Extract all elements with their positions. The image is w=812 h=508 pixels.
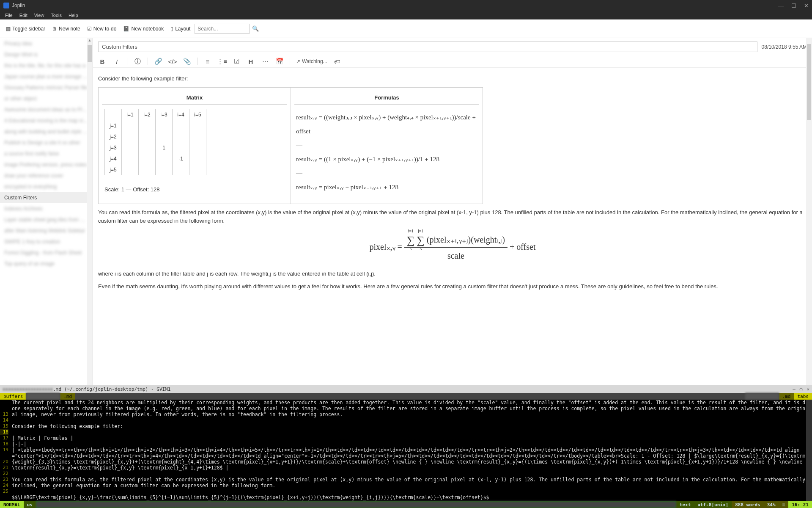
note-icon: 🗎 bbox=[52, 26, 57, 32]
gvim-percent: 34% bbox=[764, 501, 779, 508]
layout-label: Layout bbox=[175, 26, 190, 32]
new-todo-button[interactable]: ☑ New to-do bbox=[85, 24, 119, 33]
gvim-buffers-tab[interactable]: buffers bbox=[0, 393, 26, 400]
gvim-file-tab[interactable]: .md bbox=[60, 393, 75, 400]
gvim-scrollbar[interactable] bbox=[806, 400, 812, 501]
sidebar-item[interactable]: after Main listening Weblink Sidebar bbox=[0, 225, 93, 236]
gvim-tabs-tab[interactable]: tabs bbox=[794, 393, 812, 400]
bold-button[interactable]: B bbox=[98, 57, 107, 66]
note-list-sidebar: Privacy ideaDesign Wish isthis is the ti… bbox=[0, 38, 93, 385]
watching-indicator[interactable]: ↗ Watching... bbox=[296, 58, 327, 64]
sigma-icon: ∑i=15 bbox=[407, 235, 415, 246]
more-icon[interactable]: ⋯ bbox=[261, 57, 269, 66]
attach-icon[interactable]: 📎 bbox=[183, 57, 191, 66]
sidebar-item[interactable]: draw your reference cover bbox=[0, 170, 93, 181]
sidebar-item[interactable]: Design Wish is bbox=[0, 49, 93, 60]
tag-icon[interactable]: 🏷 bbox=[333, 57, 342, 66]
window-titlebar: Joplin — ☐ ✕ bbox=[0, 0, 812, 11]
menu-view[interactable]: View bbox=[31, 12, 48, 19]
gvim-filetype: text bbox=[676, 501, 694, 508]
gvim-minimize-icon[interactable]: — bbox=[793, 387, 796, 392]
sidebar-item[interactable]: Custom Filters bbox=[0, 192, 93, 203]
checklist-icon[interactable]: ☑ bbox=[232, 57, 241, 66]
gvim-wordcount: 888 words bbox=[732, 501, 764, 508]
gvim-close-icon[interactable]: ✕ bbox=[807, 387, 809, 392]
unordered-list-icon[interactable]: ⋮≡ bbox=[218, 57, 226, 66]
app-title: Joplin bbox=[12, 3, 25, 8]
menu-tools[interactable]: Tools bbox=[47, 12, 65, 19]
matrix-header: Matrix bbox=[102, 91, 287, 105]
note-body[interactable]: Consider the following example filter: M… bbox=[93, 68, 812, 385]
info-icon[interactable]: ⓘ bbox=[133, 57, 142, 66]
formula-line: — bbox=[296, 138, 477, 152]
code-icon[interactable]: </> bbox=[168, 57, 177, 66]
gvim-statusline: NORMAL us text utf-8[unix] 888 words 34%… bbox=[0, 501, 812, 508]
sidebar-item[interactable]: Top query of an image bbox=[0, 258, 93, 269]
gvim-encoding: utf-8[unix] bbox=[694, 501, 732, 508]
gvim-titlebar: xxxxxxxxxxxxxxxxxx .md (~/.config/joplin… bbox=[0, 385, 812, 393]
sidebar-item[interactable]: SWIPE 1 Key to creation bbox=[0, 236, 93, 247]
scroll-thumb[interactable] bbox=[88, 45, 92, 62]
sigma-icon: ∑j=15 bbox=[417, 235, 425, 246]
editor-format-bar: B I ⓘ 🔗 </> 📎 ≡ ⋮≡ ☑ H ⋯ 📅 ↗ Watching...… bbox=[93, 55, 812, 68]
layout-button[interactable]: ▯ Layout bbox=[168, 24, 193, 33]
row-header: j=2 bbox=[105, 131, 122, 142]
new-note-button[interactable]: 🗎 New note bbox=[49, 24, 83, 33]
gvim-file-tab[interactable]: .md bbox=[779, 393, 794, 400]
heading-icon[interactable]: H bbox=[247, 57, 255, 66]
sidebar-item[interactable]: Privacy idea bbox=[0, 38, 93, 49]
separator bbox=[127, 58, 127, 65]
scroll-thumb[interactable] bbox=[807, 44, 811, 120]
sidebar-item[interactable]: Japan course plan a more storage idea bbox=[0, 71, 93, 82]
sidebar-item[interactable]: encrypted in everything bbox=[0, 181, 93, 192]
date-icon[interactable]: 📅 bbox=[275, 57, 284, 66]
note-title-input[interactable] bbox=[98, 41, 757, 52]
scroll-up-icon[interactable]: ▲ bbox=[87, 38, 93, 44]
sidebar-item[interactable]: Layer stable sheet jpeg tiles from Custo… bbox=[0, 214, 93, 225]
minimize-button[interactable]: — bbox=[778, 3, 784, 9]
maximize-button[interactable]: ☐ bbox=[791, 3, 796, 9]
link-icon[interactable]: 🔗 bbox=[154, 57, 162, 66]
content-scrollbar[interactable] bbox=[806, 38, 812, 385]
close-button[interactable]: ✕ bbox=[804, 3, 809, 9]
sidebar-item[interactable]: A Educational moving is the map view bbox=[0, 115, 93, 126]
note-content-pane: 08/10/2018 9:55 AM B I ⓘ 🔗 </> 📎 ≡ ⋮≡ ☑ … bbox=[93, 38, 812, 385]
gvim-tab-blur bbox=[26, 393, 60, 400]
sidebar-item[interactable]: this is the title, file, for this site h… bbox=[0, 60, 93, 71]
sidebar-item[interactable]: Glossary Patterns intrinsic Parser file bbox=[0, 82, 93, 93]
gvim-position: 16: 21 bbox=[788, 501, 812, 508]
sidebar-item[interactable]: Indexes Archives bbox=[0, 203, 93, 214]
sidebar-item[interactable]: Publish is Design a site it vs other bbox=[0, 137, 93, 148]
menu-help[interactable]: Help bbox=[65, 12, 82, 19]
sidebar-icon: ▥ bbox=[6, 26, 11, 32]
sidebar-item[interactable]: Awesome document ideas as to Planning bbox=[0, 104, 93, 115]
gvim-maximize-icon[interactable]: ▢ bbox=[800, 387, 803, 392]
menu-edit[interactable]: Edit bbox=[16, 12, 31, 19]
sidebar-item[interactable]: along with building and bullet style can bbox=[0, 126, 93, 137]
row-header: j=3 bbox=[105, 142, 122, 153]
new-todo-label: New to-do bbox=[93, 26, 117, 32]
paragraph: where i is each column of the filter tab… bbox=[98, 270, 807, 278]
toggle-sidebar-button[interactable]: ▥ Toggle sidebar bbox=[3, 24, 48, 33]
search-icon[interactable]: 🔍 bbox=[252, 25, 259, 32]
gvim-text-area[interactable]: The current pixel and its 24 neighbors a… bbox=[10, 400, 806, 501]
search-input[interactable] bbox=[195, 24, 250, 34]
separator bbox=[290, 58, 290, 65]
sidebar-item[interactable]: image Prefering version, press notes bbox=[0, 159, 93, 170]
app-icon bbox=[3, 3, 9, 8]
gvim-tabbar: buffers .md .md tabs bbox=[0, 393, 812, 400]
menu-file[interactable]: File bbox=[2, 12, 16, 19]
sidebar-item[interactable]: or other object bbox=[0, 93, 93, 104]
formula-block: resultₓ,ᵧ = ((weight₃,₃ × pixelₓ,ᵧ) + (w… bbox=[294, 105, 479, 200]
equation-display: pixelₓ,ᵧ = ∑i=15 ∑j=15 (pixelₓ₊ᵢ,ᵧ₊ⱼ)(we… bbox=[98, 229, 807, 270]
sidebar-item[interactable]: Forest Giggling - from Flash Sheet bbox=[0, 247, 93, 258]
sidebar-item[interactable]: a source first notify false bbox=[0, 148, 93, 159]
new-notebook-button[interactable]: 📓 New notebook bbox=[121, 24, 166, 33]
ordered-list-icon[interactable]: ≡ bbox=[203, 57, 212, 66]
italic-button[interactable]: I bbox=[112, 57, 121, 66]
formula-line: — bbox=[296, 166, 477, 180]
sidebar-scrollbar[interactable]: ▲ bbox=[87, 38, 93, 385]
col-header: i=4 bbox=[173, 109, 189, 120]
scale-offset-label: Scale: 1 — Offset: 128 bbox=[104, 186, 160, 193]
new-note-label: New note bbox=[59, 26, 80, 32]
